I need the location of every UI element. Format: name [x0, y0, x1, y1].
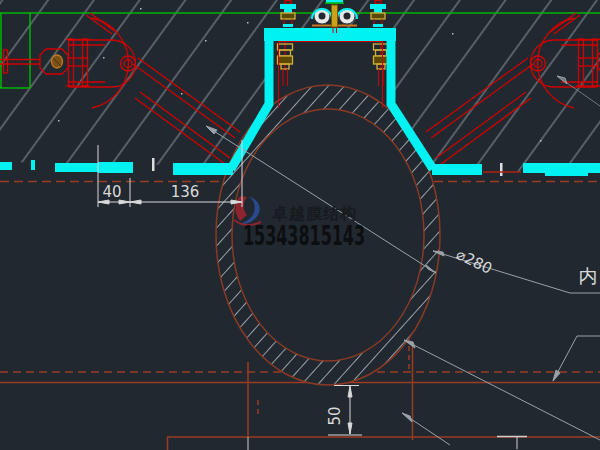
dim-text-136: 136 — [171, 183, 200, 201]
clamp-top-bar — [264, 28, 396, 41]
note-text-right-edge: 内 — [579, 265, 598, 287]
clamp-band-seg2 — [55, 163, 98, 172]
clamp-band-seg5 — [432, 164, 482, 175]
clamp-band-seg3 — [98, 162, 133, 173]
clamp-band-seg6 — [523, 163, 600, 173]
roller-left-hub — [319, 13, 326, 20]
clamp-band-seg1 — [0, 162, 12, 170]
dim-text-40: 40 — [102, 183, 121, 201]
clamp-band-seg4 — [173, 163, 233, 175]
band-white-tick-right — [500, 163, 503, 176]
band-white-tick-left — [152, 158, 155, 171]
cad-drawing-canvas: 卓越膜结构 15343815143 40 136 50 ⌀280 内 — [0, 0, 600, 450]
dim-text-50: 50 — [326, 406, 344, 425]
hatch-area-left — [0, 0, 266, 166]
roller-right-hub — [344, 13, 351, 20]
clamp-band-tick — [31, 160, 35, 170]
watermark-phone: 15343815143 — [243, 220, 365, 251]
clamp-band-seg7 — [545, 173, 588, 176]
cad-drawing: 卓越膜结构 15343815143 40 136 50 ⌀280 内 — [0, 0, 600, 450]
center-bolt — [332, 5, 338, 27]
